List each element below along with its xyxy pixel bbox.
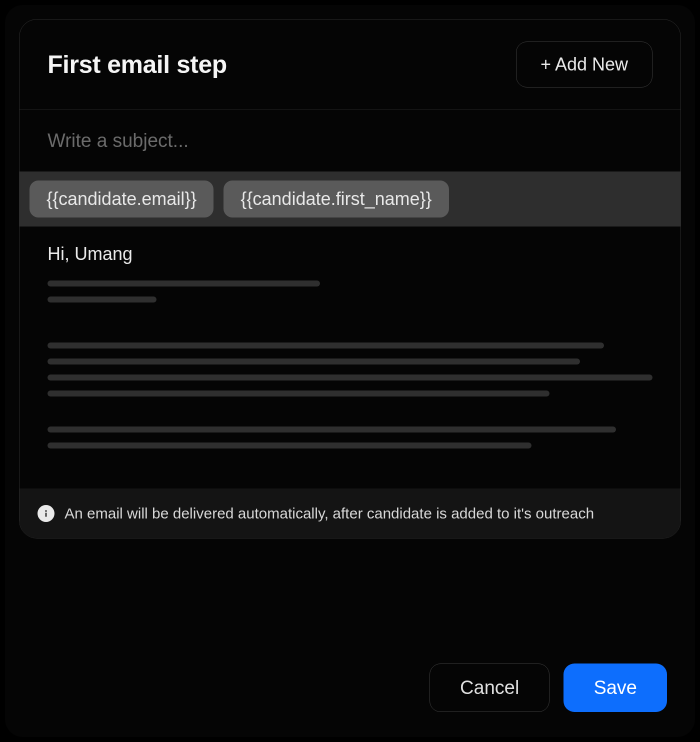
card-header: First email step + Add New (20, 20, 680, 110)
subject-row (20, 110, 680, 172)
email-body-area[interactable]: Hi, Umang (20, 226, 680, 488)
placeholder-line (48, 374, 652, 380)
tokens-row: {{candidate.email}} {{candidate.first_na… (20, 172, 680, 226)
placeholder-line (48, 426, 616, 432)
info-text: An email will be delivered automatically… (64, 504, 594, 523)
token-chip-candidate-email[interactable]: {{candidate.email}} (30, 180, 214, 218)
email-step-card: First email step + Add New {{candidate.e… (19, 19, 681, 538)
placeholder-line (48, 342, 604, 348)
placeholder-line (48, 442, 532, 448)
token-chip-candidate-first-name[interactable]: {{candidate.first_name}} (224, 180, 448, 218)
subject-input[interactable] (48, 130, 652, 152)
add-new-button[interactable]: + Add New (516, 42, 652, 88)
greeting-text: Hi, Umang (48, 244, 652, 264)
placeholder-line (48, 280, 320, 286)
svg-point-0 (45, 510, 46, 512)
cancel-button[interactable]: Cancel (430, 664, 550, 712)
placeholder-line (48, 390, 550, 396)
save-button[interactable]: Save (564, 664, 667, 712)
svg-rect-1 (46, 512, 47, 516)
card-title: First email step (48, 50, 227, 79)
dialog-actions: Cancel Save (19, 640, 681, 717)
info-icon (38, 505, 54, 522)
dialog-container: First email step + Add New {{candidate.e… (5, 5, 695, 737)
placeholder-line (48, 296, 156, 302)
info-row: An email will be delivered automatically… (20, 488, 680, 538)
placeholder-line (48, 358, 580, 364)
